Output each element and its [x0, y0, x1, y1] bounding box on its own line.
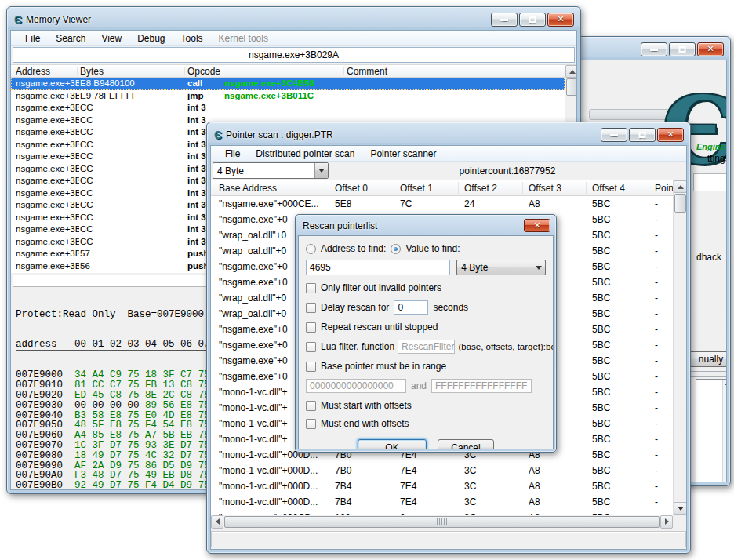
disasm-address: nsgame.exe+3B( [16, 213, 79, 222]
value-type-select[interactable]: 4 Byte [213, 162, 329, 179]
pointer-row[interactable]: "mono-1-vc.dll"+000D...7B07E43CA85BC- [211, 463, 673, 478]
column-opcode[interactable]: Opcode [187, 65, 220, 77]
menu-item-kernel-tools[interactable]: Kernel tools [211, 31, 276, 45]
column-bytes[interactable]: Bytes [80, 65, 104, 77]
cheat-engine-icon: Є [14, 14, 22, 25]
pointer-row[interactable]: "mono-1-vc.dll"+000D...7B47E43CA85BC- [211, 478, 673, 494]
pointer-points-to: - [655, 371, 658, 382]
menu-item-tools[interactable]: Tools [173, 31, 211, 45]
only-filter-invalid-checkbox[interactable] [306, 283, 316, 293]
pointer-row[interactable]: "nsgame.exe"+000CE...5E87C24A85BC- [211, 196, 673, 212]
range-from-input[interactable]: 0000000000000000 [306, 379, 406, 393]
dialog-titlebar[interactable]: Rescan pointerlist [299, 217, 553, 235]
must-start-offsets-checkbox[interactable] [306, 401, 316, 411]
column-offset-2[interactable]: Offset 2 [464, 180, 497, 195]
close-icon[interactable] [547, 13, 574, 27]
menu-item-view[interactable]: View [93, 31, 129, 45]
menu-item-debug[interactable]: Debug [129, 31, 173, 45]
settings-link[interactable]: ttings [707, 153, 727, 164]
disasm-address: nsgame.exe+3B( [16, 176, 79, 185]
disassembler-header[interactable]: Address Bytes Opcode Comment [11, 65, 577, 78]
disasm-bytes: CC [80, 127, 186, 136]
scroll-up-icon[interactable] [674, 180, 687, 193]
disasm-opcode: int 3 [187, 140, 206, 149]
pointer-offset: 5BC [592, 340, 610, 351]
pointer-row[interactable]: "mono-1-vc.dll"+000D...7B47E43CA85BC- [211, 494, 673, 510]
menu-item-search[interactable]: Search [48, 31, 93, 45]
address-list[interactable] [696, 379, 727, 482]
window-title: Memory Viewer [26, 14, 91, 25]
chevron-down-icon[interactable] [532, 260, 545, 275]
delay-rescan-checkbox[interactable] [306, 303, 316, 313]
pointer-table-header[interactable]: Base AddressOffset 0Offset 1Offset 2Offs… [211, 180, 673, 196]
column-address[interactable]: Address [16, 65, 50, 77]
column-offset-0[interactable]: Offset 0 [335, 180, 368, 195]
must-end-offsets-checkbox[interactable] [306, 419, 316, 429]
column-offset-3[interactable]: Offset 3 [529, 180, 561, 195]
close-icon[interactable] [697, 42, 724, 56]
desktop: Є Engine ttings dhack nually as Є Memory… [0, 0, 734, 560]
lua-filter-checkbox[interactable] [306, 342, 316, 352]
disasm-opcode: int 3 [187, 213, 206, 222]
scroll-up-icon[interactable] [725, 381, 727, 385]
disasm-row[interactable]: nsgame.exe+3B(E8 B9480100callnsgame.exe+… [11, 78, 565, 90]
delay-seconds-input[interactable]: 0 [394, 300, 428, 315]
menu-item-file[interactable]: File [217, 147, 248, 161]
value-type-value: 4 Byte [213, 163, 314, 178]
disasm-bytes: CC [80, 115, 186, 125]
base-pointer-range-checkbox[interactable] [306, 362, 316, 372]
hotkey-field[interactable] [693, 173, 727, 191]
lua-function-input[interactable]: RescanFilter [398, 340, 455, 354]
value-to-find-input[interactable]: 4695 [306, 260, 450, 275]
disasm-row[interactable]: nsgame.exe+3B(E9 78FEFFFFjmpnsgame.exe+3… [11, 90, 565, 103]
maximize-icon[interactable] [669, 42, 696, 56]
disasm-opcode: int 3 [187, 127, 206, 136]
scroll-left-icon[interactable] [211, 515, 223, 529]
menu-item-pointer-scanner[interactable]: Pointer scanner [362, 147, 444, 161]
disasm-row[interactable]: nsgame.exe+3B(CCint 3 [11, 102, 565, 115]
scrollbar-thumb[interactable] [224, 516, 660, 528]
value-to-find-label: Value to find: [405, 243, 460, 254]
scroll-down-icon[interactable] [674, 502, 687, 515]
pointer-offset: 3C [464, 481, 476, 492]
pointer-points-to: - [655, 418, 658, 429]
horizontal-scrollbar[interactable] [211, 515, 673, 528]
pointer-points-to: - [655, 355, 658, 366]
column-offset-4[interactable]: Offset 4 [592, 180, 625, 195]
close-icon[interactable] [657, 128, 684, 142]
cancel-button[interactable]: Cancel [438, 439, 494, 449]
add-address-manually-button[interactable]: nually [685, 351, 727, 367]
address-to-find-radio[interactable] [306, 244, 316, 254]
maximize-icon[interactable] [629, 128, 656, 142]
menu-item-distributed-pointer-scan[interactable]: Distributed pointer scan [248, 147, 362, 161]
maximize-icon[interactable] [519, 13, 546, 27]
minimize-icon[interactable] [491, 13, 518, 27]
scrollbar-thumb[interactable] [566, 78, 577, 96]
must-start-offsets-label: Must start with offsets [321, 400, 412, 411]
disasm-address: nsgame.exe+3B( [16, 115, 79, 125]
scrollbar-thumb[interactable] [674, 194, 686, 213]
menu-item-file[interactable]: File [17, 31, 48, 45]
column-comment[interactable]: Comment [347, 65, 387, 77]
minimize-icon[interactable] [601, 128, 627, 142]
value-type-select[interactable]: 4 Byte [456, 260, 546, 275]
column-base-address[interactable]: Base Address [219, 180, 277, 195]
address-list-scrollbar[interactable] [722, 380, 727, 482]
pointer-offset: 5BC [592, 496, 610, 507]
column-offset-1[interactable]: Offset 1 [400, 180, 433, 195]
pointer-offset: 5BC [592, 418, 610, 429]
speedhack-label[interactable]: dhack [696, 252, 721, 263]
minimize-icon[interactable] [641, 42, 667, 56]
scroll-right-icon[interactable] [660, 515, 673, 529]
disassembler-address-input[interactable]: nsgame.exe+3B029A [13, 47, 575, 63]
scroll-up-icon[interactable] [565, 65, 577, 78]
vertical-scrollbar[interactable] [673, 180, 686, 515]
ok-button[interactable]: OK [358, 439, 427, 449]
pointer-offset: 7E4 [400, 496, 416, 507]
dialog-body: Address to find: Value to find: 4695 4 B… [298, 235, 554, 449]
value-to-find-radio[interactable] [391, 244, 401, 254]
range-to-input[interactable]: FFFFFFFFFFFFFFFF [431, 379, 532, 393]
repeat-rescan-checkbox[interactable] [306, 322, 316, 333]
chevron-down-icon[interactable] [314, 163, 328, 178]
close-icon[interactable] [524, 219, 550, 232]
